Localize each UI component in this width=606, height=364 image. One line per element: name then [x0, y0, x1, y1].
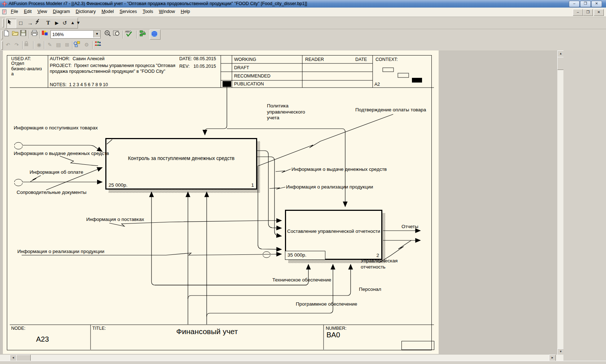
label-mid-cash-out[interactable]: Информация о выдаче денежных средств [291, 167, 387, 172]
arrow-cashout-connector[interactable] [60, 156, 98, 166]
node-label: NODE: [11, 326, 26, 331]
number-value: BA0 [326, 331, 340, 339]
activity-box-1[interactable]: Контроль за поступлением денежных средст… [105, 138, 257, 190]
arrow-box1-out-3[interactable] [258, 167, 281, 249]
activity1-shadow [109, 190, 260, 193]
arrow-tech-to-box1[interactable] [152, 192, 307, 285]
recommended-label: RECOMMENDED [234, 74, 271, 79]
rev-field: REV: 10.05.2015 [179, 64, 216, 69]
context-box-2 [398, 73, 409, 77]
activity-box-2[interactable]: Составление управленческой отчетности 35… [285, 210, 382, 260]
rev-label: REV: [179, 64, 190, 69]
label-in-docs[interactable]: Сопроводительные документы [17, 190, 87, 195]
author-field: AUTHOR: Савин Алексей [50, 56, 105, 61]
footer-corner-box [401, 341, 434, 350]
activity1-name: Контроль за поступлением денежных средст… [106, 139, 256, 161]
label-ctrl-confirm[interactable]: Подтверждение оплаты товара [355, 107, 426, 112]
draft-label: DRAFT [234, 65, 249, 70]
activity1-cost: 25 000р. [109, 182, 128, 188]
tunnel-icon [14, 179, 22, 186]
author-value: Савин Алексей [73, 56, 105, 61]
activity2-shadow [382, 213, 385, 263]
label-mid-sales[interactable]: Информация о реализации продукции [286, 184, 373, 190]
label-in-payment[interactable]: Информация об оплате [30, 169, 83, 175]
publication-label: PUBLICATION [234, 81, 264, 86]
used-at-value: Отдел бизнес-анализ а [11, 61, 42, 77]
node-value: A23 [36, 335, 49, 343]
arrow-software-to-box2[interactable] [207, 265, 333, 316]
arrow-policy-to-box1[interactable] [205, 87, 227, 135]
label-in-goods[interactable]: Информация о поступивших товарах [14, 125, 98, 130]
notes-value: 1 2 3 4 5 6 7 8 9 10 [69, 82, 108, 87]
number-label: NUMBER: [326, 326, 347, 331]
diagram-title: Финансовый учет [91, 327, 324, 336]
rev-value: 10.05.2015 [193, 64, 216, 69]
context-label: CONTEXT: [376, 57, 398, 62]
decomposition-tick [106, 139, 114, 146]
application-window: AllFusion Process Modeler r7 - [(A2.3) Ф… [0, 0, 606, 364]
date-field: DATE: 08.05.2015 [179, 56, 216, 61]
context-node: A2 [374, 82, 380, 87]
reader-label: READER [305, 57, 324, 62]
tunnel-icon [263, 252, 270, 258]
context-box-1 [383, 68, 394, 72]
arrow-payment-confirmation[interactable] [258, 114, 393, 166]
activity1-shadow [257, 141, 260, 193]
activity1-number: 1 [251, 182, 254, 188]
right-gutter [563, 50, 606, 361]
arrow-payment-connector[interactable] [30, 176, 41, 182]
arrow-mid-sales-connector[interactable] [269, 187, 285, 189]
arrow-box1-out-2[interactable] [257, 157, 281, 236]
label-in-supplies[interactable]: Информация о поставках [86, 217, 144, 222]
notes-label: NOTES: [50, 82, 67, 87]
activity2-number: 2 [376, 253, 379, 258]
context-box-current [412, 78, 422, 83]
label-out-reports[interactable]: Отчеты [401, 224, 418, 229]
notes-field: NOTES: 1 2 3 4 5 6 7 8 9 10 [50, 82, 108, 87]
project-label: PROJECT: [50, 63, 71, 68]
date-label: DATE: [179, 56, 192, 61]
activity2-cost-box: 35 000р. [285, 251, 325, 260]
tunnel-icon [14, 142, 22, 149]
arrow-layer [0, 0, 606, 364]
label-mech-soft[interactable]: Программное обеспечение [296, 301, 357, 307]
used-at-label: USED AT: [11, 56, 31, 61]
reader-date-label: DATE [355, 57, 367, 62]
working-label: WORKING [234, 57, 256, 62]
status-bar [0, 361, 606, 364]
date-value: 08.05.2015 [193, 56, 216, 61]
label-out-mgmt[interactable]: Управленческая отчетность [361, 258, 398, 270]
label-mech-tech[interactable]: Техническое обеспечение [272, 277, 331, 283]
author-label: AUTHOR: [50, 56, 70, 61]
label-in-sales[interactable]: Информация о реализации продукции [17, 249, 104, 254]
vertical-scrollbar[interactable]: ▲ ▼ [557, 50, 563, 355]
activity2-cost: 35 000р. [285, 252, 307, 258]
horizontal-scrollbar[interactable]: ◄ ► [0, 355, 563, 361]
label-mech-staff[interactable]: Персонал [359, 287, 381, 292]
publication-mark [223, 81, 231, 87]
arrow-box1-out-1[interactable] [257, 151, 281, 228]
arrow-mid-cashout-connector[interactable] [276, 169, 291, 173]
project-field: PROJECT: Проект системы управления проце… [50, 63, 175, 74]
activity2-name: Составление управленческой отчетности [286, 211, 381, 234]
label-ctrl-policy[interactable]: Политика управленческого учета [267, 103, 305, 121]
label-in-cash-out[interactable]: Информация о выдаче денежных средств [14, 151, 109, 156]
